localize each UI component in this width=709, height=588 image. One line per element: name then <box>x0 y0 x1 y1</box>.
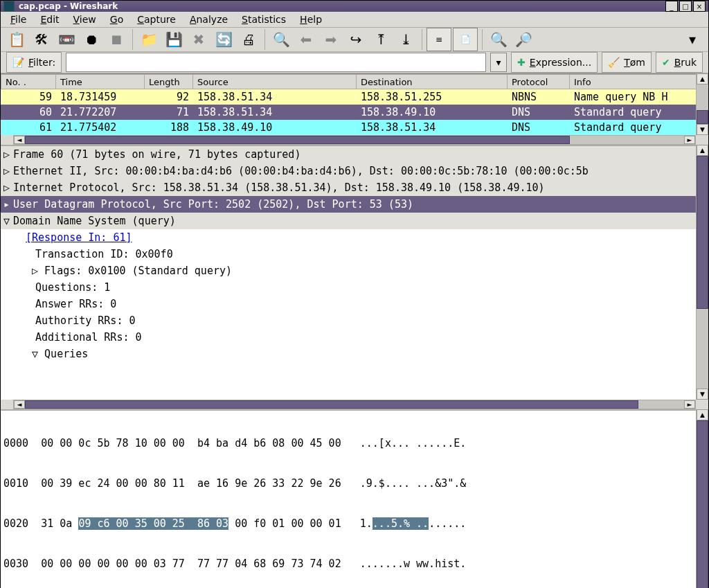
options-button[interactable]: 🛠 <box>30 28 53 51</box>
dns-queries[interactable]: ▽ Queries <box>1 346 708 362</box>
tree-ethernet[interactable]: ▷Ethernet II, Src: 00:00:b4:ba:d4:b6 (00… <box>1 163 708 179</box>
zoom-out-button[interactable]: 🔎 <box>512 28 535 51</box>
packet-list-header: No. . Time Length Source Destination Pro… <box>1 74 708 89</box>
dns-authority-rrs[interactable]: Authority RRs: 0 <box>1 312 708 329</box>
titlebar: cap.pcap - Wireshark _ □ × <box>1 1 708 12</box>
go-forward-button[interactable]: ➡ <box>319 28 343 51</box>
details-vscroll[interactable]: ▲ ▼ <box>696 145 708 400</box>
go-to-packet-button[interactable]: ↪ <box>344 28 368 51</box>
window-title: cap.pcap - Wireshark <box>19 1 664 11</box>
col-header-protocol[interactable]: Protocol <box>508 74 570 89</box>
menubar: File Edit View Go Capture Analyze Statis… <box>1 12 708 28</box>
print-button[interactable]: 🖨 <box>237 28 260 51</box>
expression-button[interactable]: ✚Expression... <box>511 52 598 73</box>
col-header-length[interactable]: Length <box>145 74 193 89</box>
go-back-button[interactable]: ⬅ <box>294 28 318 51</box>
toolbar-overflow-button[interactable]: ▾ <box>681 28 704 51</box>
interfaces-button[interactable]: 📋 <box>5 28 28 51</box>
packetlist-hscroll[interactable]: ◄ ► <box>13 135 696 145</box>
hex-row[interactable]: 0030 00 00 00 00 00 00 03 77 77 77 04 68… <box>3 558 706 573</box>
menu-go[interactable]: Go <box>105 12 129 27</box>
col-header-no[interactable]: No. . <box>1 74 56 89</box>
zoom-in-button[interactable]: 🔍 <box>487 28 510 51</box>
filter-toolbar: 📝Filter: ▾ ✚Expression... 🧹Tøm ✔Bruk <box>1 52 708 73</box>
hex-row[interactable]: 0010 00 39 ec 24 00 00 80 11 ae 16 9e 26… <box>3 477 706 492</box>
auto-scroll-button[interactable]: 📄 <box>453 28 478 51</box>
hex-vscroll[interactable]: ▲ ▼ <box>696 409 708 588</box>
main-window: cap.pcap - Wireshark _ □ × File Edit Vie… <box>0 0 709 588</box>
menu-analyze[interactable]: Analyze <box>184 12 233 27</box>
hex-pane: 0000 00 00 0c 5b 78 10 00 00 b4 ba d4 b6… <box>1 409 708 588</box>
packetlist-vscroll[interactable]: ▲ ▼ <box>696 73 708 135</box>
dns-questions[interactable]: Questions: 1 <box>1 279 708 296</box>
main-toolbar: 📋 🛠 📼 ⏺ ⏹ 📁 💾 ✖ 🔄 🖨 🔍 ⬅ ➡ ↪ ⤒ ⤓ ≡ 📄 🔍 🔎 … <box>1 28 708 52</box>
packet-details-pane: ▷Frame 60 (71 bytes on wire, 71 bytes ca… <box>1 145 708 400</box>
menu-edit[interactable]: Edit <box>35 12 64 27</box>
menu-statistics[interactable]: Statistics <box>236 12 291 27</box>
close-file-button[interactable]: ✖ <box>187 28 210 51</box>
col-header-info[interactable]: Info <box>570 74 708 89</box>
app-icon <box>3 1 15 12</box>
col-header-time[interactable]: Time <box>56 74 145 89</box>
colorize-button[interactable]: ≡ <box>427 28 451 51</box>
save-button[interactable]: 💾 <box>162 28 186 51</box>
packet-row[interactable]: 5918.73145992158.38.51.34158.38.51.255NB… <box>1 89 708 105</box>
tree-dns[interactable]: ▽Domain Name System (query) <box>1 213 708 229</box>
open-button[interactable]: 📁 <box>137 28 161 51</box>
hex-row[interactable]: 0020 31 0a 09 c6 00 35 00 25 86 03 00 f0… <box>3 517 706 533</box>
close-button[interactable]: × <box>693 1 706 12</box>
packet-row[interactable]: 6021.77220771158.38.51.34158.38.49.10DNS… <box>1 105 708 120</box>
dns-txid[interactable]: Transaction ID: 0x00f0 <box>1 246 708 262</box>
menu-view[interactable]: View <box>68 12 102 27</box>
stop-capture-button[interactable]: ⏺ <box>80 28 103 51</box>
find-button[interactable]: 🔍 <box>269 28 293 51</box>
col-header-destination[interactable]: Destination <box>357 74 508 89</box>
tree-ip[interactable]: ▷Internet Protocol, Src: 158.38.51.34 (1… <box>1 179 708 196</box>
col-header-source[interactable]: Source <box>193 74 357 89</box>
reload-button[interactable]: 🔄 <box>212 28 235 51</box>
hex-row[interactable]: 0000 00 00 0c 5b 78 10 00 00 b4 ba d4 b6… <box>3 437 706 452</box>
go-last-button[interactable]: ⤓ <box>394 28 418 51</box>
go-first-button[interactable]: ⤒ <box>369 28 393 51</box>
tree-frame[interactable]: ▷Frame 60 (71 bytes on wire, 71 bytes ca… <box>1 146 708 163</box>
start-capture-button[interactable]: 📼 <box>55 28 78 51</box>
filter-dropdown-button[interactable]: ▾ <box>490 53 507 72</box>
menu-file[interactable]: File <box>5 12 32 27</box>
dns-additional-rrs[interactable]: Additional RRs: 0 <box>1 329 708 346</box>
dns-response-in[interactable]: [Response In: 61] <box>1 229 708 246</box>
details-hscroll[interactable]: ◄ ► <box>13 400 696 409</box>
menu-help[interactable]: Help <box>294 12 327 27</box>
menu-capture[interactable]: Capture <box>132 12 181 27</box>
packet-row[interactable]: 6121.775402188158.38.49.10158.38.51.34DN… <box>1 120 708 135</box>
maximize-button[interactable]: □ <box>679 1 692 12</box>
clear-button[interactable]: 🧹Tøm <box>602 52 652 73</box>
minimize-button[interactable]: _ <box>665 1 678 12</box>
dns-flags[interactable]: ▷ Flags: 0x0100 (Standard query) <box>1 262 708 279</box>
restart-capture-button[interactable]: ⏹ <box>105 28 128 51</box>
apply-button[interactable]: ✔Bruk <box>656 52 703 73</box>
tree-udp[interactable]: ▸User Datagram Protocol, Src Port: 2502 … <box>1 196 708 213</box>
filter-input[interactable] <box>66 53 486 72</box>
packet-list-pane: No. . Time Length Source Destination Pro… <box>1 73 708 135</box>
dns-answer-rrs[interactable]: Answer RRs: 0 <box>1 296 708 312</box>
filter-button[interactable]: 📝Filter: <box>6 52 62 73</box>
